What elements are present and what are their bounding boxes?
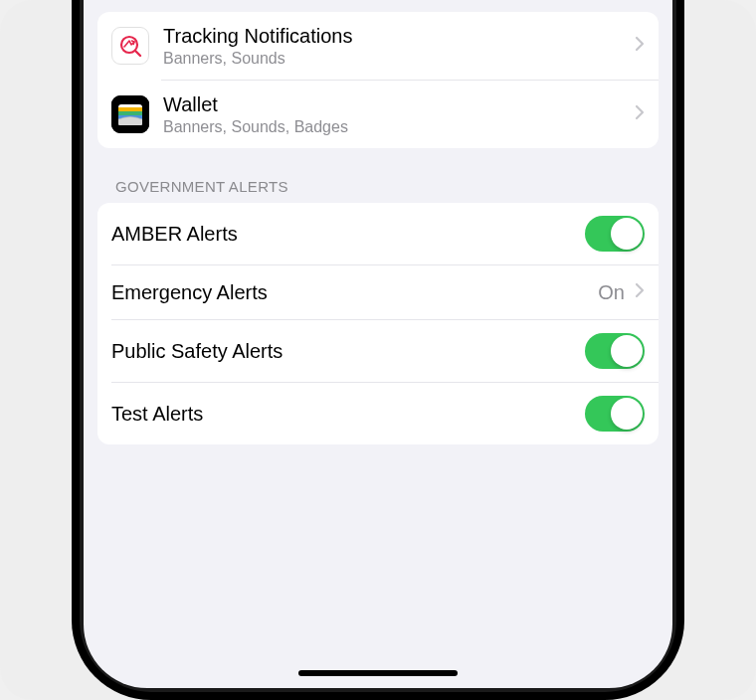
wallet-title: Wallet	[163, 92, 621, 116]
chevron-right-icon	[635, 36, 645, 56]
government-alerts-group: AMBER Alerts Emergency Alerts On	[97, 203, 659, 444]
emergency-alerts-label: Emergency Alerts	[111, 281, 588, 304]
phone-bezel: Tracking Notifications Banners, Sounds	[80, 0, 676, 692]
notification-apps-group: Tracking Notifications Banners, Sounds	[97, 12, 659, 148]
tracking-notifications-subtitle: Banners, Sounds	[163, 49, 621, 68]
phone-screen: Tracking Notifications Banners, Sounds	[84, 0, 672, 688]
public-safety-alerts-label: Public Safety Alerts	[111, 340, 575, 363]
tracking-notifications-title: Tracking Notifications	[163, 24, 621, 48]
amber-alerts-toggle[interactable]	[585, 216, 645, 252]
test-alerts-toggle[interactable]	[585, 396, 645, 432]
home-indicator[interactable]	[298, 670, 458, 676]
phone-frame: Tracking Notifications Banners, Sounds	[72, 0, 684, 700]
government-alerts-header: GOVERNMENT ALERTS	[97, 148, 659, 203]
svg-line-1	[135, 51, 140, 56]
emergency-alerts-value: On	[598, 281, 625, 304]
tracking-notifications-icon	[111, 27, 149, 65]
wallet-row[interactable]: Wallet Banners, Sounds, Badges	[97, 81, 659, 148]
amber-alerts-label: AMBER Alerts	[111, 223, 575, 246]
amber-alerts-row: AMBER Alerts	[97, 203, 659, 264]
test-alerts-label: Test Alerts	[111, 403, 575, 426]
wallet-subtitle: Banners, Sounds, Badges	[163, 117, 621, 136]
tracking-notifications-text: Tracking Notifications Banners, Sounds	[163, 24, 621, 68]
public-safety-alerts-toggle[interactable]	[585, 333, 645, 369]
wallet-icon	[111, 95, 149, 133]
test-alerts-row: Test Alerts	[97, 383, 659, 444]
svg-rect-4	[118, 107, 142, 111]
emergency-alerts-row[interactable]: Emergency Alerts On	[97, 265, 659, 319]
chevron-right-icon	[635, 104, 645, 124]
wallet-text: Wallet Banners, Sounds, Badges	[163, 92, 621, 136]
svg-rect-5	[118, 111, 142, 115]
chevron-right-icon	[635, 282, 645, 302]
settings-content: Tracking Notifications Banners, Sounds	[84, 12, 672, 688]
tracking-notifications-row[interactable]: Tracking Notifications Banners, Sounds	[97, 12, 659, 80]
public-safety-alerts-row: Public Safety Alerts	[97, 320, 659, 382]
